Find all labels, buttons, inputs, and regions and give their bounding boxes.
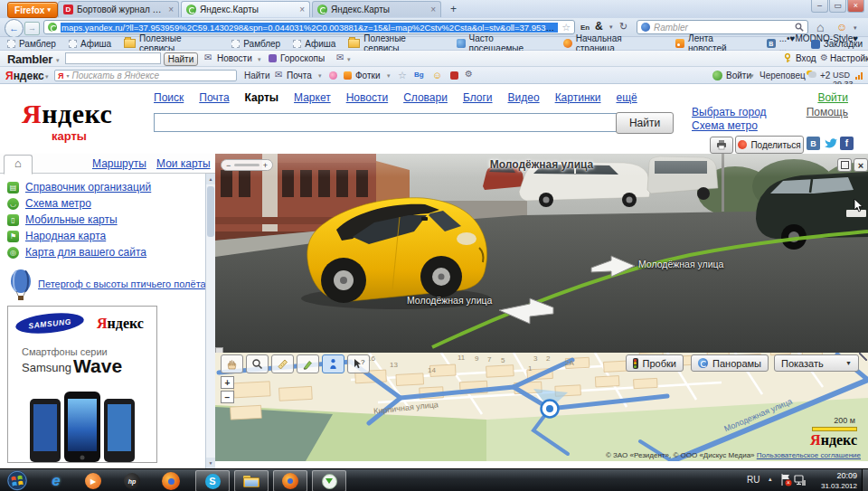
nav-mail[interactable]: Почта	[199, 91, 229, 104]
street-arrow-label-right[interactable]: Молодёжная улица	[638, 259, 723, 269]
choose-city-link[interactable]: Выбрать город	[692, 106, 767, 118]
chevron-down-icon[interactable]: ▾	[750, 72, 754, 80]
bookmark-item[interactable]: Рамблер	[231, 39, 280, 49]
panoramas-button[interactable]: Панорамы	[691, 354, 769, 372]
sidebar-link-folk-map[interactable]: ⚑Народная карта	[7, 230, 106, 242]
explorer-taskbar-button[interactable]	[234, 470, 269, 491]
tab-routes[interactable]: Маршруты	[92, 157, 146, 170]
fullscreen-button[interactable]	[837, 158, 852, 172]
sidebar-link-metro[interactable]: ◡Схема метро	[7, 197, 91, 210]
tab-yandex-maps-2[interactable]: Яндекс.Карты ×	[312, 1, 441, 17]
map-zoom-out-button[interactable]: −	[221, 391, 234, 403]
rambler-horoscopes-item[interactable]: Гороскопы	[280, 53, 325, 63]
nav-blogs[interactable]: Блоги	[463, 91, 493, 104]
system-clock[interactable]: 20:09 31.03.2012	[812, 471, 857, 491]
scroll-down-arrow[interactable]: ▼	[206, 458, 215, 468]
map-zoom-in-button[interactable]: +	[221, 376, 234, 389]
site-identity-icon[interactable]	[48, 23, 57, 32]
yandex-login[interactable]: Войти	[726, 71, 751, 80]
map-find-button[interactable]: Найти	[616, 112, 674, 134]
chevron-down-icon[interactable]: ▾	[387, 72, 391, 80]
chevron-down-icon[interactable]: ▾	[56, 57, 60, 64]
show-desktop-button[interactable]	[862, 469, 868, 491]
nav-news[interactable]: Новости	[346, 91, 388, 104]
street-panorama[interactable]: Молодёжная улица − + × Молодёжная улица …	[215, 154, 868, 353]
facebook-icon[interactable]: f	[840, 137, 854, 150]
sidebar-link-mobile[interactable]: ▯Мобильные карты	[7, 213, 118, 226]
yandex-search-input[interactable]: Поискать в Яндексе	[71, 71, 233, 80]
route-tool-button[interactable]	[297, 354, 319, 373]
nav-search[interactable]: Поиск	[154, 91, 184, 104]
tab-drive2[interactable]: D Бортовой журнал Mazda 3 Цыпа ver... ×	[58, 1, 179, 17]
rambler-engine-icon[interactable]	[641, 23, 650, 32]
zoom-in-icon[interactable]: +	[263, 161, 268, 170]
magnifier-tool-button[interactable]	[246, 354, 269, 373]
mail-icon[interactable]: ✉	[336, 52, 344, 62]
forward-button[interactable]: →	[24, 22, 40, 35]
yandex-find-label[interactable]: Найти	[244, 71, 270, 80]
reload-icon[interactable]: ↻	[619, 21, 627, 33]
hidden-icons-arrow[interactable]: ▴	[769, 476, 772, 483]
show-layers-button[interactable]: Показать ▼	[774, 354, 859, 372]
start-button[interactable]	[6, 470, 28, 491]
search-input[interactable]: Rambler	[654, 23, 791, 33]
action-center-flag-icon[interactable]: ×	[779, 473, 792, 487]
yandex-mail-item[interactable]: Почта	[287, 71, 312, 80]
zoom-out-icon[interactable]: −	[226, 161, 231, 170]
network-icon[interactable]	[794, 475, 807, 486]
yandex-logo[interactable]: Яндекс	[22, 99, 112, 129]
nav-more[interactable]: ещё	[616, 91, 637, 104]
chevron-down-icon[interactable]: ▾	[609, 24, 613, 31]
tab-my-maps[interactable]: Мои карты	[156, 157, 211, 170]
red-widget-icon[interactable]	[450, 71, 458, 80]
maximize-button[interactable]: ▭	[829, 0, 846, 13]
bookmark-star-icon[interactable]: ☆	[561, 22, 571, 33]
internet-explorer-icon[interactable]: e	[47, 472, 65, 490]
firefox-pinned-icon[interactable]	[162, 472, 180, 490]
extension-translate-icon[interactable]: En	[580, 24, 590, 32]
url-text-selected[interactable]: maps.yandex.ru/?ll=37.953959%2C59.143029…	[61, 23, 558, 33]
bookmark-item[interactable]: Рамблер	[7, 39, 56, 49]
samsung-ad-banner[interactable]: SAMSUNG Яндекс Смартфоны серии Samsung W…	[7, 306, 157, 463]
whats-here-tool-button[interactable]: ?	[347, 354, 370, 373]
map-search-input[interactable]	[154, 113, 618, 132]
mail-icon[interactable]: ✉	[275, 70, 282, 80]
new-tab-button[interactable]: +	[446, 3, 461, 16]
resize-handle-icon[interactable]	[859, 353, 867, 361]
firefox-menu-button[interactable]: Firefox ▾	[7, 2, 58, 18]
nav-market[interactable]: Маркет	[294, 91, 331, 104]
chevron-down-icon[interactable]: ▾	[66, 72, 69, 79]
rambler-search-input[interactable]	[65, 52, 161, 64]
help-link[interactable]: Помощь	[807, 106, 848, 118]
temperature-label[interactable]: +2	[820, 71, 830, 80]
rambler-find-button[interactable]: Найти	[164, 52, 198, 66]
star-icon[interactable]: ☆	[398, 70, 407, 81]
home-button[interactable]: ⌂	[816, 20, 824, 34]
panoramas-tool-button[interactable]	[322, 354, 344, 373]
skype-taskbar-button[interactable]: S	[195, 470, 230, 491]
bookmark-item[interactable]: Афиша	[69, 39, 111, 49]
firefox-taskbar-button[interactable]	[273, 470, 307, 491]
close-tab-icon[interactable]: ×	[430, 5, 436, 14]
tab-yandex-maps-active[interactable]: Яндекс.Карты ×	[181, 1, 310, 17]
ruler-tool-button[interactable]	[271, 354, 294, 373]
share-button[interactable]: Поделиться	[735, 136, 804, 154]
rambler-logo[interactable]: Rambler	[7, 52, 52, 66]
rambler-news-item[interactable]: Новости	[217, 53, 252, 63]
bookmark-item[interactable]: Афиша	[293, 39, 335, 49]
rambler-login[interactable]: Вход	[796, 53, 816, 63]
assistant-smiley-icon[interactable]: ☺	[836, 21, 847, 33]
smiley-icon[interactable]: ☺	[432, 70, 442, 80]
vk-icon[interactable]: В	[807, 137, 820, 150]
print-button[interactable]	[710, 137, 733, 154]
sidebar-link-api[interactable]: ◎Карта для вашего сайта	[7, 246, 146, 259]
nav-images[interactable]: Картинки	[555, 91, 601, 104]
hp-icon[interactable]: hp	[124, 473, 140, 489]
back-button[interactable]: ←	[5, 19, 24, 38]
mail-icon[interactable]: ✉	[204, 52, 212, 62]
chevron-down-icon[interactable]: ▾	[318, 72, 322, 80]
gear-icon[interactable]: ⚙	[820, 52, 828, 62]
twitter-icon[interactable]	[824, 137, 837, 149]
close-tab-icon[interactable]: ×	[299, 5, 305, 14]
scrollbar-thumb[interactable]	[207, 186, 214, 237]
